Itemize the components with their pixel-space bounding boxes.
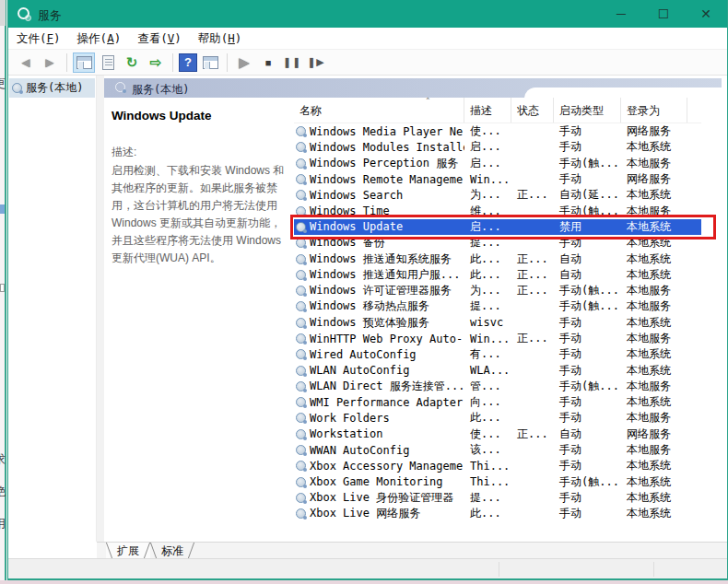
column-header-status[interactable]: 状态 bbox=[511, 98, 554, 123]
tab-extended[interactable]: 扩展 bbox=[106, 543, 150, 558]
service-name-cell: Windows Update bbox=[294, 220, 464, 233]
service-gear-icon bbox=[296, 222, 306, 232]
restart-service-icon[interactable]: ❚▶ bbox=[305, 53, 327, 73]
startup-type-cell: 手动 bbox=[554, 139, 621, 155]
service-gear-icon bbox=[296, 413, 306, 423]
table-row[interactable]: Xbox Live 网络服务此...手动本地系统 bbox=[294, 506, 701, 520]
column-header-name[interactable]: 名称 bbox=[294, 98, 464, 123]
logon-as-cell: 本地服务 bbox=[621, 379, 687, 394]
window-title: 服务 bbox=[38, 7, 62, 24]
start-service-icon[interactable]: ▶ bbox=[233, 53, 255, 73]
export-list-icon[interactable]: ⇨ bbox=[145, 53, 167, 73]
menu-action[interactable]: 操作(A) bbox=[69, 28, 130, 51]
service-name-cell: Windows Perception 服务 bbox=[294, 156, 464, 171]
table-row[interactable]: Windows 备份提...手动本地系统 bbox=[294, 235, 701, 251]
stop-service-icon[interactable]: ■ bbox=[257, 53, 279, 73]
table-row[interactable]: Work Folders此...手动本地服务 bbox=[294, 410, 701, 426]
title-bar: 服务 ─ ☐ ✕ bbox=[8, 0, 727, 28]
services-window: 服务 ─ ☐ ✕ 文件(F)操作(A)查看(V)帮助(H) ◄►↻⇨?▶■❚❚❚… bbox=[7, 0, 728, 580]
service-gear-icon bbox=[296, 508, 306, 519]
logon-as-cell: 网络服务 bbox=[621, 123, 687, 139]
startup-type-cell: 手动(触... bbox=[554, 204, 621, 219]
table-row[interactable]: WinHTTP Web Proxy Auto-...Win...正...手动本地… bbox=[294, 331, 701, 346]
service-gear-icon bbox=[296, 286, 306, 296]
table-row[interactable]: Windows 许可证管理器服务为...正...手动(触...本地服务 bbox=[294, 283, 701, 298]
column-header-description[interactable]: 描述 bbox=[464, 98, 511, 123]
table-row[interactable]: WLAN Direct 服务连接管...管...手动(触...本地服务 bbox=[294, 379, 701, 394]
table-row[interactable]: WWAN AutoConfig该...手动本地服务 bbox=[294, 442, 701, 458]
console-tree-panel: 服务(本地) bbox=[8, 76, 97, 542]
description-cell: 向... bbox=[464, 394, 511, 410]
column-header-logon-as[interactable]: 登录为 bbox=[621, 98, 687, 123]
description-text: 启用检测、下载和安装 Windows 和其他程序的更新。如果此服务被禁用，这台计… bbox=[112, 162, 290, 267]
menu-file[interactable]: 文件(F) bbox=[8, 28, 69, 51]
table-row[interactable]: Wired AutoConfig有...手动本地系统 bbox=[294, 346, 701, 362]
status-cell: 正... bbox=[511, 267, 554, 283]
show-console-tree-icon[interactable] bbox=[73, 53, 95, 73]
toolbar-separator bbox=[227, 53, 228, 72]
help-icon[interactable]: ? bbox=[179, 53, 197, 72]
startup-type-cell: 手动 bbox=[554, 171, 621, 187]
service-name-cell: Windows Search bbox=[294, 189, 464, 202]
description-cell: 此... bbox=[464, 506, 511, 520]
table-row[interactable]: Windows Perception 服务启...手动(触...本地服务 bbox=[294, 156, 701, 171]
table-row[interactable]: Windows 移动热点服务提...手动(触...本地服务 bbox=[294, 298, 701, 314]
service-gear-icon bbox=[296, 477, 306, 487]
table-row[interactable]: Windows 推送通知用户服...此...正...自动本地系统 bbox=[294, 267, 701, 283]
table-row[interactable]: WMI Performance Adapter向...手动本地系统 bbox=[294, 394, 701, 410]
panel-splitter[interactable] bbox=[97, 76, 104, 542]
status-bar bbox=[8, 558, 727, 578]
table-row-selected[interactable]: Windows Update启...禁用本地系统 bbox=[294, 219, 701, 235]
forward-icon[interactable]: ► bbox=[39, 53, 61, 73]
table-row[interactable]: Windows Media Player Ne...使...手动网络服务 bbox=[294, 123, 701, 139]
menu-help[interactable]: 帮助(H) bbox=[190, 28, 251, 51]
tree-item-label: 服务(本地) bbox=[26, 80, 83, 96]
table-row[interactable]: Windows 预览体验服务wisvc手动本地系统 bbox=[294, 315, 701, 331]
table-row[interactable]: Workstation使...正...自动网络服务 bbox=[294, 426, 701, 442]
table-row[interactable]: Windows Time维...手动(触...本地服务 bbox=[294, 203, 701, 218]
service-name-cell: Workstation bbox=[294, 427, 464, 440]
table-row[interactable]: Xbox Game MonitoringThi...手动(触...本地系统 bbox=[294, 474, 701, 490]
menu-view[interactable]: 查看(V) bbox=[129, 28, 190, 51]
properties-icon[interactable] bbox=[97, 53, 119, 73]
description-cell: Win... bbox=[464, 333, 511, 345]
service-gear-icon bbox=[296, 445, 306, 455]
services-app-icon bbox=[18, 7, 29, 19]
maximize-button[interactable]: ☐ bbox=[642, 0, 685, 28]
logon-as-cell: 本地系统 bbox=[621, 363, 687, 379]
table-row[interactable]: Windows Remote Manageme...Win...手动网络服务 bbox=[294, 171, 701, 187]
table-row[interactable]: WLAN AutoConfigWLA...手动本地系统 bbox=[294, 362, 701, 378]
table-row[interactable]: Windows Modules Installer启...手动本地系统 bbox=[294, 139, 701, 155]
service-gear-icon bbox=[296, 206, 306, 216]
show-action-pane-icon[interactable] bbox=[199, 53, 221, 73]
startup-type-cell: 手动(触... bbox=[554, 298, 621, 314]
service-name-cell: Windows 许可证管理器服务 bbox=[294, 283, 464, 298]
minimize-button[interactable]: ─ bbox=[600, 0, 642, 28]
service-gear-icon bbox=[12, 83, 22, 93]
tree-item-services-local[interactable]: 服务(本地) bbox=[9, 78, 95, 98]
startup-type-cell: 手动 bbox=[554, 346, 621, 362]
service-gear-icon bbox=[296, 254, 306, 264]
refresh-icon[interactable]: ↻ bbox=[121, 53, 143, 73]
pause-service-icon[interactable]: ❚❚ bbox=[281, 53, 303, 73]
background-fragment bbox=[0, 204, 5, 214]
tab-standard[interactable]: 标准 bbox=[150, 543, 194, 558]
service-gear-icon bbox=[296, 174, 306, 184]
description-cell: 使... bbox=[464, 426, 511, 442]
logon-as-cell: 本地系统 bbox=[621, 458, 687, 473]
service-name-cell: WLAN Direct 服务连接管... bbox=[294, 379, 464, 394]
logon-as-cell: 本地服务 bbox=[621, 442, 687, 458]
logon-as-cell: 本地系统 bbox=[621, 219, 687, 235]
taskpad-header: 服务(本地) bbox=[104, 78, 722, 98]
service-gear-icon bbox=[296, 238, 306, 248]
startup-type-cell: 手动 bbox=[554, 490, 621, 506]
table-row[interactable]: Windows 推送通知系统服务此...正...自动本地系统 bbox=[294, 251, 701, 266]
back-icon[interactable]: ◄ bbox=[15, 53, 37, 73]
description-cell: Thi... bbox=[464, 475, 511, 488]
service-gear-icon bbox=[296, 429, 306, 439]
column-header-startup-type[interactable]: 启动类型 bbox=[554, 98, 621, 123]
close-button[interactable]: ✕ bbox=[685, 0, 727, 28]
table-row[interactable]: Xbox Accessory Manageme...Thi...手动本地系统 bbox=[294, 458, 701, 473]
table-row[interactable]: Xbox Live 身份验证管理器提...手动本地系统 bbox=[294, 490, 701, 506]
table-row[interactable]: Windows Search为...正...自动(延...本地系统 bbox=[294, 187, 701, 203]
